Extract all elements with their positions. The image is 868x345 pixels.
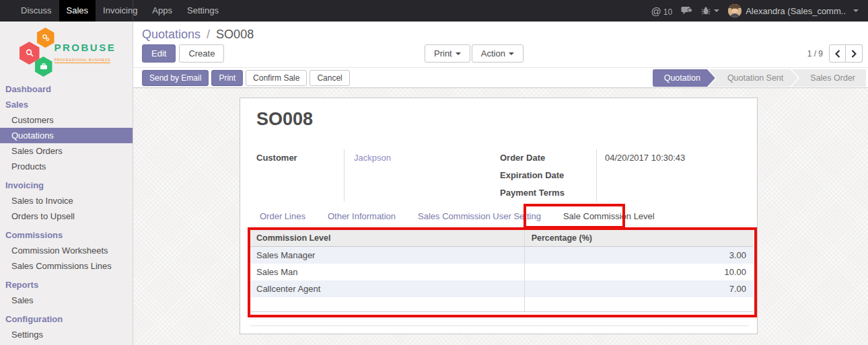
mention-icon: @ bbox=[651, 5, 661, 17]
stage-sales-order[interactable]: Sales Order bbox=[791, 69, 866, 87]
breadcrumb-separator: / bbox=[207, 28, 210, 41]
table-empty-row bbox=[250, 297, 753, 312]
debug-caret-icon bbox=[714, 9, 719, 12]
sidebar-header-dashboard[interactable]: Dashboard bbox=[0, 81, 133, 97]
tab-sale-commission-level[interactable]: Sale Commission Level bbox=[561, 207, 657, 225]
quotation-form-sheet: SO008 Customer Jackpson Order Date Expir… bbox=[240, 98, 758, 334]
field-group: Customer Jackpson Order Date Expiration … bbox=[256, 149, 742, 202]
table-row[interactable]: Callcenter Agent 7.00 bbox=[250, 280, 753, 297]
sidebar-nav: Dashboard Sales Customers Quotations Sal… bbox=[0, 81, 133, 345]
content-area: SO008 Customer Jackpson Order Date Expir… bbox=[133, 88, 868, 345]
user-avatar bbox=[728, 4, 742, 17]
action-dropdown-button[interactable]: Action bbox=[472, 44, 523, 63]
mention-count: 10 bbox=[663, 5, 672, 17]
sidebar-header-commissions[interactable]: Commissions bbox=[0, 227, 133, 243]
sidebar-header-invoicing[interactable]: Invoicing bbox=[0, 178, 133, 193]
top-navigation-bar: Discuss Sales Invoicing Apps Settings @ … bbox=[0, 0, 868, 22]
breadcrumb: Quotations / SO008 bbox=[142, 28, 254, 42]
sidebar-item-config-products[interactable]: Products bbox=[0, 342, 133, 345]
logo-gear-hexagon bbox=[37, 28, 55, 48]
pager-previous-button[interactable] bbox=[829, 44, 846, 63]
breadcrumb-current: SO008 bbox=[216, 28, 254, 41]
customer-label: Customer bbox=[256, 149, 344, 202]
tab-other-information[interactable]: Other Information bbox=[326, 207, 398, 225]
confirm-sale-button[interactable]: Confirm Sale bbox=[246, 70, 307, 86]
expiration-date-value bbox=[605, 167, 742, 184]
print-caret-icon bbox=[456, 52, 461, 55]
odoo-app: Discuss Sales Invoicing Apps Settings @ … bbox=[0, 0, 868, 345]
debug-bug-icon[interactable] bbox=[701, 6, 719, 15]
create-button[interactable]: Create bbox=[179, 44, 224, 63]
menu-invoicing[interactable]: Invoicing bbox=[96, 0, 145, 22]
order-date-label: Order Date bbox=[500, 149, 596, 167]
chat-icon[interactable] bbox=[681, 6, 692, 15]
cancel-button[interactable]: Cancel bbox=[310, 70, 349, 86]
pager-value: 1 / 9 bbox=[807, 49, 823, 59]
pager-next-button[interactable] bbox=[846, 44, 863, 63]
notebook-tabs: Order Lines Other Information Sales Comm… bbox=[258, 207, 657, 225]
top-menu: Discuss Sales Invoicing Apps Settings bbox=[0, 0, 226, 22]
send-by-email-button[interactable]: Send by Email bbox=[142, 70, 209, 86]
table-row[interactable]: Sales Man 10.00 bbox=[250, 264, 753, 280]
customer-value-link[interactable]: Jackpson bbox=[354, 153, 391, 163]
status-pipeline: Quotation Quotation Sent Sales Order bbox=[653, 69, 866, 87]
record-title: SO008 bbox=[256, 109, 313, 130]
tab-sales-commission-user-setting[interactable]: Sales Commission User Setting bbox=[416, 207, 543, 225]
sheet-separator bbox=[250, 325, 749, 326]
column-header-commission-level[interactable]: Commission Level bbox=[250, 233, 524, 243]
sidebar-item-settings[interactable]: Settings bbox=[0, 327, 133, 342]
sidebar-item-commission-worksheets[interactable]: Commission Worksheets bbox=[0, 243, 133, 258]
user-caret-icon bbox=[853, 9, 859, 12]
order-date-value: 04/20/2017 10:30:43 bbox=[605, 149, 742, 167]
sidebar-item-sales-to-invoice[interactable]: Sales to Invoice bbox=[0, 193, 133, 208]
table-row[interactable]: Sales Manager 3.00 bbox=[250, 247, 753, 264]
sidebar-header-reports[interactable]: Reports bbox=[0, 277, 133, 293]
sidebar-item-orders-to-upsell[interactable]: Orders to Upsell bbox=[0, 208, 133, 224]
stage-quotation[interactable]: Quotation bbox=[653, 69, 715, 87]
menu-settings[interactable]: Settings bbox=[180, 0, 226, 22]
print-button[interactable]: Print bbox=[211, 70, 243, 86]
sidebar-item-sales-orders[interactable]: Sales Orders bbox=[0, 143, 133, 159]
stage-quotation-sent[interactable]: Quotation Sent bbox=[709, 69, 798, 87]
sidebar: PROBUSE PROFESSIONAL BUSINESS Dashboard … bbox=[0, 22, 133, 345]
payment-terms-label: Payment Terms bbox=[500, 184, 596, 202]
sidebar-header-configuration[interactable]: Configuration bbox=[0, 311, 133, 327]
sidebar-item-sales-commissions-lines[interactable]: Sales Commissions Lines bbox=[0, 258, 133, 274]
topbar-divider bbox=[133, 0, 133, 22]
print-dropdown-button[interactable]: Print bbox=[425, 44, 470, 63]
sidebar-header-sales[interactable]: Sales bbox=[0, 97, 133, 112]
statusbar: Send by Email Print Confirm Sale Cancel … bbox=[133, 68, 868, 88]
menu-discuss[interactable]: Discuss bbox=[13, 0, 59, 22]
menu-apps[interactable]: Apps bbox=[145, 0, 180, 22]
action-caret-icon bbox=[509, 52, 514, 55]
user-menu[interactable]: Alexandra (Sales_comm.. bbox=[728, 4, 859, 17]
payment-terms-value bbox=[605, 184, 742, 202]
menu-sales[interactable]: Sales bbox=[59, 0, 96, 22]
logo-name: PROBUSE bbox=[55, 42, 120, 53]
commission-level-table: Commission Level Percentage (%) Sales Ma… bbox=[250, 230, 753, 312]
logo-tagline: PROFESSIONAL BUSINESS bbox=[55, 58, 111, 63]
tab-order-lines[interactable]: Order Lines bbox=[258, 207, 308, 225]
user-name: Alexandra (Sales_comm.. bbox=[746, 6, 846, 16]
probuse-logo: PROBUSE PROFESSIONAL BUSINESS bbox=[0, 22, 133, 79]
sidebar-item-customers[interactable]: Customers bbox=[0, 112, 133, 128]
sidebar-item-quotations[interactable]: Quotations bbox=[0, 128, 133, 143]
mentions-counter[interactable]: @ 10 bbox=[651, 5, 673, 17]
table-header-row: Commission Level Percentage (%) bbox=[250, 230, 753, 247]
pager: 1 / 9 bbox=[807, 44, 863, 63]
sidebar-item-products[interactable]: Products bbox=[0, 159, 133, 174]
breadcrumb-quotations-link[interactable]: Quotations bbox=[142, 28, 201, 41]
expiration-date-label: Expiration Date bbox=[500, 167, 596, 184]
sidebar-item-reports-sales[interactable]: Sales bbox=[0, 293, 133, 308]
control-panel: Quotations / SO008 Edit Create Print Act… bbox=[133, 22, 868, 68]
edit-button[interactable]: Edit bbox=[142, 44, 176, 63]
column-header-percentage[interactable]: Percentage (%) bbox=[524, 230, 753, 246]
